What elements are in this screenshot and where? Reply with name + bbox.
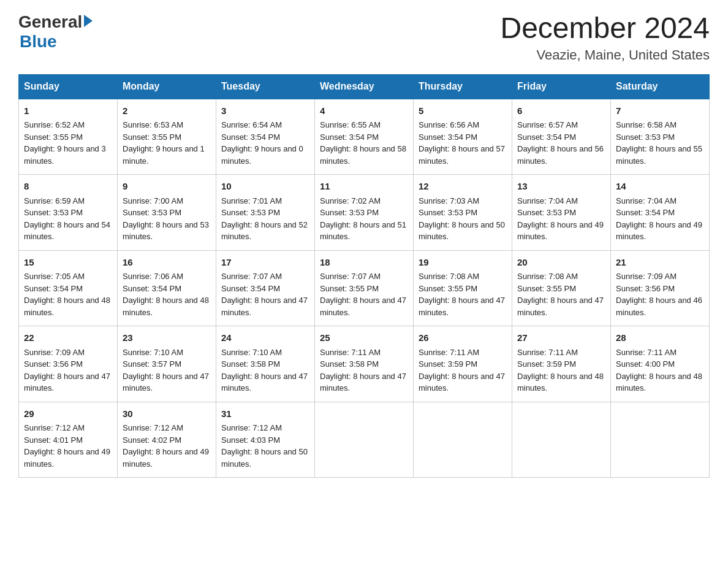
page-header: General Blue December 2024 Veazie, Maine… bbox=[18, 12, 710, 63]
calendar-cell: 19Sunrise: 7:08 AMSunset: 3:55 PMDayligh… bbox=[414, 250, 512, 326]
title-block: December 2024 Veazie, Maine, United Stat… bbox=[500, 12, 710, 63]
calendar-cell: 3Sunrise: 6:54 AMSunset: 3:54 PMDaylight… bbox=[216, 99, 315, 175]
calendar-header: SundayMondayTuesdayWednesdayThursdayFrid… bbox=[19, 74, 710, 99]
calendar-cell bbox=[611, 402, 710, 478]
logo-arrow-icon bbox=[84, 15, 93, 27]
day-number: 4 bbox=[320, 104, 408, 118]
day-number: 22 bbox=[24, 331, 112, 345]
day-number: 27 bbox=[517, 331, 605, 345]
day-number: 8 bbox=[24, 180, 112, 194]
header-cell-wednesday: Wednesday bbox=[315, 74, 414, 99]
calendar-cell: 21Sunrise: 7:09 AMSunset: 3:56 PMDayligh… bbox=[611, 250, 710, 326]
calendar-title: December 2024 bbox=[500, 12, 710, 45]
calendar-cell: 10Sunrise: 7:01 AMSunset: 3:53 PMDayligh… bbox=[216, 175, 315, 251]
calendar-cell: 17Sunrise: 7:07 AMSunset: 3:54 PMDayligh… bbox=[216, 250, 315, 326]
day-number: 18 bbox=[320, 256, 408, 270]
day-number: 1 bbox=[24, 104, 112, 118]
day-number: 19 bbox=[419, 256, 507, 270]
calendar-cell: 12Sunrise: 7:03 AMSunset: 3:53 PMDayligh… bbox=[414, 175, 512, 251]
day-number: 9 bbox=[123, 180, 211, 194]
day-number: 31 bbox=[221, 407, 309, 421]
calendar-cell: 28Sunrise: 7:11 AMSunset: 4:00 PMDayligh… bbox=[611, 326, 710, 402]
day-number: 14 bbox=[616, 180, 704, 194]
calendar-cell: 9Sunrise: 7:00 AMSunset: 3:53 PMDaylight… bbox=[118, 175, 216, 251]
header-cell-friday: Friday bbox=[512, 74, 611, 99]
calendar-cell bbox=[414, 402, 512, 478]
calendar-cell: 27Sunrise: 7:11 AMSunset: 3:59 PMDayligh… bbox=[512, 326, 611, 402]
calendar-cell: 30Sunrise: 7:12 AMSunset: 4:02 PMDayligh… bbox=[118, 402, 216, 478]
day-number: 25 bbox=[320, 331, 408, 345]
day-number: 26 bbox=[419, 331, 507, 345]
calendar-body: 1Sunrise: 6:52 AMSunset: 3:55 PMDaylight… bbox=[19, 99, 710, 478]
calendar-cell: 11Sunrise: 7:02 AMSunset: 3:53 PMDayligh… bbox=[315, 175, 414, 251]
calendar-cell: 1Sunrise: 6:52 AMSunset: 3:55 PMDaylight… bbox=[19, 99, 118, 175]
day-number: 24 bbox=[221, 331, 309, 345]
calendar-week-3: 15Sunrise: 7:05 AMSunset: 3:54 PMDayligh… bbox=[19, 250, 710, 326]
logo: General Blue bbox=[18, 12, 93, 52]
header-cell-saturday: Saturday bbox=[611, 74, 710, 99]
day-number: 30 bbox=[123, 407, 211, 421]
day-number: 13 bbox=[517, 180, 605, 194]
calendar-cell: 7Sunrise: 6:58 AMSunset: 3:53 PMDaylight… bbox=[611, 99, 710, 175]
header-cell-thursday: Thursday bbox=[414, 74, 512, 99]
day-number: 23 bbox=[123, 331, 211, 345]
calendar-cell: 5Sunrise: 6:56 AMSunset: 3:54 PMDaylight… bbox=[414, 99, 512, 175]
day-number: 2 bbox=[123, 104, 211, 118]
calendar-cell: 6Sunrise: 6:57 AMSunset: 3:54 PMDaylight… bbox=[512, 99, 611, 175]
calendar-cell bbox=[315, 402, 414, 478]
calendar-cell: 14Sunrise: 7:04 AMSunset: 3:54 PMDayligh… bbox=[611, 175, 710, 251]
calendar-cell: 4Sunrise: 6:55 AMSunset: 3:54 PMDaylight… bbox=[315, 99, 414, 175]
day-number: 5 bbox=[419, 104, 507, 118]
day-number: 20 bbox=[517, 256, 605, 270]
calendar-table: SundayMondayTuesdayWednesdayThursdayFrid… bbox=[18, 74, 710, 478]
calendar-cell: 29Sunrise: 7:12 AMSunset: 4:01 PMDayligh… bbox=[19, 402, 118, 478]
logo-blue-text: Blue bbox=[20, 32, 93, 52]
day-number: 28 bbox=[616, 331, 704, 345]
calendar-cell bbox=[512, 402, 611, 478]
calendar-week-1: 1Sunrise: 6:52 AMSunset: 3:55 PMDaylight… bbox=[19, 99, 710, 175]
day-number: 17 bbox=[221, 256, 309, 270]
header-row: SundayMondayTuesdayWednesdayThursdayFrid… bbox=[19, 74, 710, 99]
calendar-week-5: 29Sunrise: 7:12 AMSunset: 4:01 PMDayligh… bbox=[19, 402, 710, 478]
calendar-cell: 15Sunrise: 7:05 AMSunset: 3:54 PMDayligh… bbox=[19, 250, 118, 326]
day-number: 10 bbox=[221, 180, 309, 194]
logo-general-text: General bbox=[18, 12, 82, 32]
calendar-cell: 13Sunrise: 7:04 AMSunset: 3:53 PMDayligh… bbox=[512, 175, 611, 251]
day-number: 15 bbox=[24, 256, 112, 270]
calendar-week-4: 22Sunrise: 7:09 AMSunset: 3:56 PMDayligh… bbox=[19, 326, 710, 402]
header-cell-sunday: Sunday bbox=[19, 74, 118, 99]
header-cell-monday: Monday bbox=[118, 74, 216, 99]
calendar-cell: 18Sunrise: 7:07 AMSunset: 3:55 PMDayligh… bbox=[315, 250, 414, 326]
header-cell-tuesday: Tuesday bbox=[216, 74, 315, 99]
calendar-cell: 2Sunrise: 6:53 AMSunset: 3:55 PMDaylight… bbox=[118, 99, 216, 175]
day-number: 21 bbox=[616, 256, 704, 270]
day-number: 3 bbox=[221, 104, 309, 118]
calendar-cell: 24Sunrise: 7:10 AMSunset: 3:58 PMDayligh… bbox=[216, 326, 315, 402]
day-number: 6 bbox=[517, 104, 605, 118]
calendar-cell: 20Sunrise: 7:08 AMSunset: 3:55 PMDayligh… bbox=[512, 250, 611, 326]
calendar-week-2: 8Sunrise: 6:59 AMSunset: 3:53 PMDaylight… bbox=[19, 175, 710, 251]
day-number: 12 bbox=[419, 180, 507, 194]
day-number: 7 bbox=[616, 104, 704, 118]
calendar-cell: 31Sunrise: 7:12 AMSunset: 4:03 PMDayligh… bbox=[216, 402, 315, 478]
calendar-cell: 25Sunrise: 7:11 AMSunset: 3:58 PMDayligh… bbox=[315, 326, 414, 402]
calendar-cell: 16Sunrise: 7:06 AMSunset: 3:54 PMDayligh… bbox=[118, 250, 216, 326]
day-number: 29 bbox=[24, 407, 112, 421]
day-number: 11 bbox=[320, 180, 408, 194]
calendar-cell: 22Sunrise: 7:09 AMSunset: 3:56 PMDayligh… bbox=[19, 326, 118, 402]
calendar-cell: 8Sunrise: 6:59 AMSunset: 3:53 PMDaylight… bbox=[19, 175, 118, 251]
calendar-cell: 23Sunrise: 7:10 AMSunset: 3:57 PMDayligh… bbox=[118, 326, 216, 402]
day-number: 16 bbox=[123, 256, 211, 270]
calendar-subtitle: Veazie, Maine, United States bbox=[500, 47, 710, 63]
calendar-cell: 26Sunrise: 7:11 AMSunset: 3:59 PMDayligh… bbox=[414, 326, 512, 402]
